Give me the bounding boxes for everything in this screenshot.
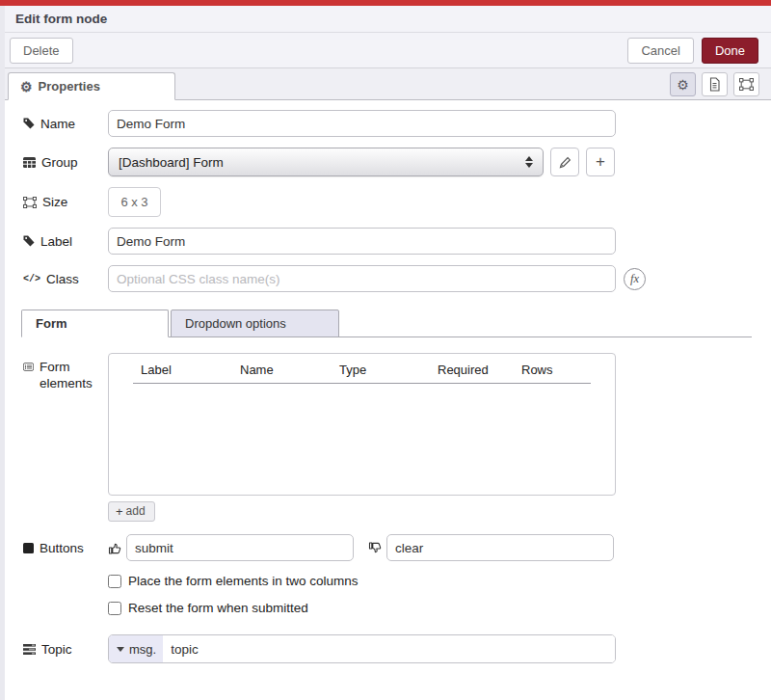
- tab-properties-label: Properties: [39, 79, 100, 94]
- name-row: Name: [23, 110, 752, 137]
- properties-view-button[interactable]: ⚙: [670, 72, 696, 96]
- name-input[interactable]: [108, 110, 616, 137]
- add-group-button[interactable]: +: [586, 148, 615, 176]
- form-elements-label: Form elements: [23, 353, 108, 522]
- dialog-header: Edit form node: [0, 6, 771, 33]
- edit-form-node-dialog: Edit form node Delete Cancel Done ⚙ Prop…: [0, 0, 771, 700]
- dialog-button-bar: Delete Cancel Done: [0, 33, 771, 68]
- object-group-icon: [23, 197, 37, 208]
- topic-label: Topic: [23, 641, 108, 658]
- label-row: Label: [23, 228, 752, 255]
- col-type: Type: [339, 363, 438, 377]
- tab-form[interactable]: Form: [21, 310, 169, 337]
- class-label: </> Class: [23, 271, 108, 287]
- tab-properties[interactable]: ⚙ Properties: [8, 72, 175, 100]
- dialog-view-buttons: ⚙: [670, 72, 759, 96]
- cancel-button[interactable]: Cancel: [627, 38, 693, 64]
- delete-button[interactable]: Delete: [10, 38, 73, 64]
- edit-group-button[interactable]: [550, 148, 579, 176]
- topic-input[interactable]: [163, 635, 615, 662]
- tab-dropdown-options[interactable]: Dropdown options: [171, 310, 339, 337]
- label-label: Label: [23, 233, 108, 250]
- description-view-button[interactable]: [702, 72, 728, 96]
- add-element-button[interactable]: + add: [108, 501, 155, 522]
- document-icon: [708, 77, 721, 92]
- left-edge-strip: [0, 6, 5, 700]
- pencil-icon: [559, 156, 572, 169]
- list-alt-icon: [23, 362, 34, 372]
- gear-icon: ⚙: [20, 80, 33, 94]
- reset-form-option: Reset the form when submitted: [108, 601, 752, 615]
- select-arrows-icon: [525, 156, 533, 168]
- group-select-value: [Dashboard] Form: [119, 155, 224, 170]
- clear-button-text-input[interactable]: [386, 534, 614, 561]
- col-rows: Rows: [521, 363, 579, 377]
- topic-type-select[interactable]: msg.: [109, 635, 163, 662]
- topic-typed-input: msg.: [108, 634, 616, 663]
- tag-icon: [23, 118, 35, 129]
- group-label: Group: [23, 154, 108, 171]
- form-elements-editor: Label Name Type Required Rows + add: [108, 353, 616, 522]
- form-elements-section: Form elements Label Name Type Required R…: [23, 353, 752, 522]
- gear-icon: ⚙: [677, 78, 689, 92]
- thumbs-down-icon: [368, 541, 383, 555]
- dialog-title: Edit form node: [15, 12, 107, 26]
- properties-form: Name Group [Dashboard] Form: [0, 100, 771, 663]
- topic-row: Topic msg.: [23, 634, 752, 663]
- plus-icon: +: [596, 153, 605, 170]
- reset-form-checkbox[interactable]: [108, 602, 121, 615]
- buttons-row: Buttons: [23, 534, 752, 561]
- dialog-actions: Cancel Done: [627, 38, 758, 64]
- dialog-tab-bar: ⚙ Properties ⚙: [0, 68, 771, 100]
- object-group-icon: [739, 78, 754, 91]
- reset-form-label: Reset the form when submitted: [128, 601, 308, 615]
- group-select[interactable]: [Dashboard] Form: [108, 148, 544, 176]
- col-name: Name: [240, 363, 339, 377]
- label-input[interactable]: [108, 228, 616, 255]
- size-row: Size 6 x 3: [23, 187, 752, 217]
- size-label: Size: [23, 194, 108, 210]
- two-columns-label: Place the form elements in two columns: [128, 574, 359, 588]
- node-config-tabs: Form Dropdown options: [21, 309, 752, 337]
- form-elements-table[interactable]: Label Name Type Required Rows: [108, 353, 616, 496]
- chevron-down-icon: [117, 647, 124, 652]
- submit-button-text-input[interactable]: [126, 534, 354, 561]
- appearance-view-button[interactable]: [733, 72, 759, 96]
- class-row: </> Class fx: [23, 265, 752, 292]
- col-required: Required: [438, 363, 521, 377]
- fx-env-icon: fx: [624, 268, 646, 290]
- plus-icon: +: [116, 505, 123, 518]
- form-elements-table-header: Label Name Type Required Rows: [109, 354, 615, 383]
- tasks-icon: [23, 644, 36, 655]
- square-icon: [23, 543, 34, 553]
- two-columns-checkbox[interactable]: [108, 575, 121, 588]
- thumbs-up-icon: [108, 541, 122, 555]
- topic-type-value: msg.: [129, 642, 156, 657]
- done-button[interactable]: Done: [702, 38, 758, 64]
- two-columns-option: Place the form elements in two columns: [108, 574, 752, 588]
- class-input[interactable]: [108, 265, 616, 292]
- col-label: Label: [141, 363, 240, 377]
- buttons-label: Buttons: [23, 540, 108, 556]
- table-icon: [23, 157, 36, 168]
- code-icon: </>: [23, 274, 40, 284]
- tag-icon: [23, 235, 35, 247]
- size-button[interactable]: 6 x 3: [108, 187, 161, 217]
- table-header-divider: [133, 383, 591, 384]
- group-row: Group [Dashboard] Form +: [23, 148, 752, 176]
- name-label: Name: [23, 116, 108, 132]
